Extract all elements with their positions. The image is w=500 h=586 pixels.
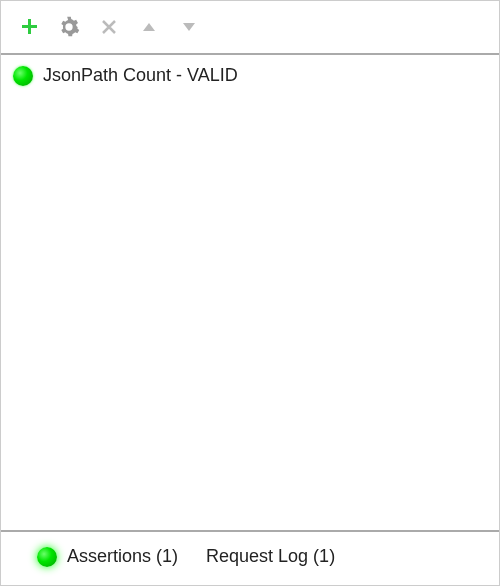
plus-icon: [19, 17, 39, 37]
assertion-label: JsonPath Count - VALID: [43, 65, 238, 86]
tab-request-log[interactable]: Request Log (1): [206, 546, 335, 567]
move-up-button[interactable]: [137, 15, 161, 39]
caret-down-icon: [181, 21, 197, 33]
status-valid-icon: [13, 66, 33, 86]
add-assertion-button[interactable]: [17, 15, 41, 39]
bottom-tabs: Assertions (1) Request Log (1): [1, 530, 499, 585]
move-down-button[interactable]: [177, 15, 201, 39]
assertion-list: JsonPath Count - VALID: [1, 55, 499, 530]
gear-icon: [58, 16, 80, 38]
settings-button[interactable]: [57, 15, 81, 39]
tab-assertions[interactable]: Assertions (1): [37, 546, 178, 567]
caret-up-icon: [141, 21, 157, 33]
assertion-list-item[interactable]: JsonPath Count - VALID: [9, 61, 491, 90]
remove-assertion-button[interactable]: [97, 15, 121, 39]
tab-label: Request Log (1): [206, 546, 335, 567]
toolbar: [1, 1, 499, 55]
tab-label: Assertions (1): [67, 546, 178, 567]
status-valid-icon: [37, 547, 57, 567]
close-icon: [101, 19, 117, 35]
